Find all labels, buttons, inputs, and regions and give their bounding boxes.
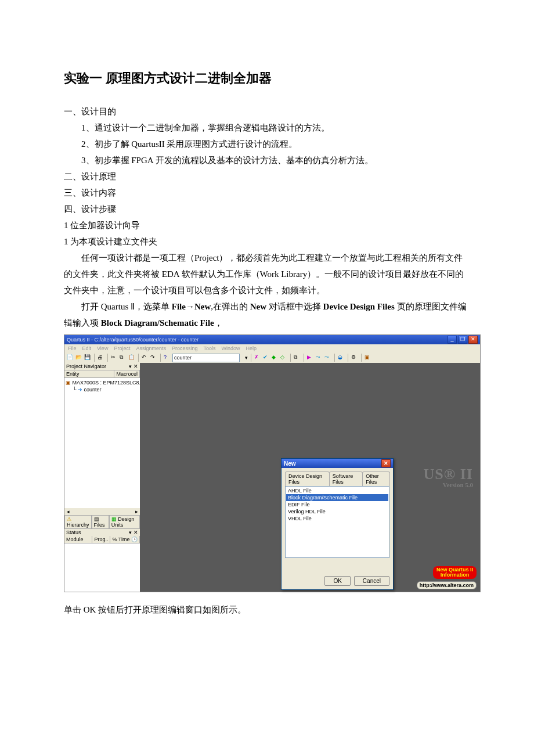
arrow-icon: ➔ xyxy=(78,387,82,393)
window-title: Quartus II - C:/altera/quartus50/counter… xyxy=(67,337,199,343)
section-heading: 三、设计内容 xyxy=(64,185,470,201)
toolbar-icon[interactable]: ⧉ xyxy=(294,354,301,361)
tree-item[interactable]: MAX7000S : EPM7128SLC8... xyxy=(73,380,140,386)
file-type-list[interactable]: AHDL File Block Diagram/Schematic File E… xyxy=(285,486,389,558)
toolbar-icon[interactable]: ✔ xyxy=(263,354,270,361)
page-title: 实验一 原理图方式设计二进制全加器 xyxy=(64,70,470,87)
copy-icon[interactable]: ⧉ xyxy=(120,354,127,361)
tab-design-units[interactable]: ▦ Design Units xyxy=(109,515,140,528)
window-titlebar: Quartus II - C:/altera/quartus50/counter… xyxy=(64,335,480,344)
toolbar-icon[interactable]: ◆ xyxy=(272,354,279,361)
tab-software-files[interactable]: Software Files xyxy=(329,471,363,486)
text-bold: Device Design Files xyxy=(323,302,395,311)
open-file-icon[interactable]: 📂 xyxy=(75,354,82,361)
panel-title: Project Navigator xyxy=(66,363,106,369)
play-icon[interactable]: ▶ xyxy=(307,354,314,361)
menu-item[interactable]: File xyxy=(68,345,77,351)
text-bold: File xyxy=(172,302,186,311)
ok-button[interactable]: OK xyxy=(324,576,350,586)
altera-url-badge[interactable]: http://www.altera.com xyxy=(417,581,477,589)
list-item: 2、初步了解 QuartusII 采用原理图方式进行设计的流程。 xyxy=(64,136,470,152)
toolbar: 📄 📂 💾 🖨 ✂ ⧉ 📋 ↶ ↷ ? ▾ ✗ ✔ ◆ ◇ ⧉ ▶ ⤳ xyxy=(64,352,480,363)
menubar: File Edit View Project Assignments Proce… xyxy=(64,344,480,352)
toolbar-icon[interactable]: ⤳ xyxy=(324,354,331,361)
text-run: ,在弹出的 xyxy=(211,302,250,311)
section-heading: 一、设计目的 xyxy=(64,103,470,120)
tab-hierarchy[interactable]: ⚠ Hierarchy xyxy=(64,515,92,528)
file-icon: ▤ xyxy=(94,516,99,522)
toolbar-icon[interactable]: ◇ xyxy=(280,354,287,361)
save-icon[interactable]: 💾 xyxy=(84,354,91,361)
menu-item[interactable]: Tools xyxy=(203,345,215,351)
list-item[interactable]: Block Diagram/Schematic File xyxy=(286,494,388,501)
cancel-button[interactable]: Cancel xyxy=(354,576,389,586)
paste-icon[interactable]: 📋 xyxy=(128,354,135,361)
menu-item[interactable]: Help xyxy=(246,345,257,351)
help-icon[interactable]: ? xyxy=(164,354,171,361)
main-workspace: US® II Version 5.0 New ✕ Device Design F… xyxy=(140,363,480,592)
project-selector[interactable] xyxy=(172,354,240,362)
text-run: → xyxy=(186,302,194,311)
menu-item[interactable]: Project xyxy=(114,345,130,351)
menu-item[interactable]: Window xyxy=(221,345,240,351)
text-run: ， xyxy=(214,318,223,327)
undo-icon[interactable]: ↶ xyxy=(142,354,149,361)
step-heading: 1 为本项设计建立文件夹 xyxy=(64,233,470,250)
scroll-right-icon[interactable]: ▸ xyxy=(134,509,139,514)
paragraph: 单击 OK 按钮后打开原理图编辑窗口如图所示。 xyxy=(64,602,470,618)
panel-close-icon[interactable]: ▾ ✕ xyxy=(129,530,138,535)
scroll-left-icon[interactable]: ◂ xyxy=(65,509,71,514)
quartus-screenshot: Quartus II - C:/altera/quartus50/counter… xyxy=(64,334,481,592)
status-pane: Status ▾ ✕ Module Prog.. % Time 🕒 xyxy=(64,528,140,592)
column-header[interactable]: % Time 🕒 xyxy=(110,536,140,543)
section-heading: 四、设计步骤 xyxy=(64,201,470,217)
tab-other-files[interactable]: Other Files xyxy=(362,471,390,486)
project-tree[interactable]: ▣ MAX7000S : EPM7128SLC8... └ ➔ counter xyxy=(64,378,140,508)
cut-icon[interactable]: ✂ xyxy=(111,354,118,361)
dialog-close-button[interactable]: ✕ xyxy=(381,459,391,467)
text-bold: New xyxy=(250,302,266,311)
chip-icon[interactable]: ▣ xyxy=(365,354,371,361)
list-item[interactable]: VHDL File xyxy=(286,515,388,522)
close-button[interactable]: ✕ xyxy=(468,336,478,344)
column-header[interactable]: Entity xyxy=(64,370,114,377)
text-bold: New xyxy=(194,302,211,311)
list-item[interactable]: EDIF File xyxy=(286,501,388,508)
altera-brand: US® II Version 5.0 xyxy=(424,467,473,488)
left-pane: Project Navigator ▾ ✕ Entity Macrocel ▣ … xyxy=(64,363,140,592)
panel-title: Status xyxy=(66,530,81,535)
text-run: 对话框中选择 xyxy=(266,302,323,311)
tab-device-design-files[interactable]: Device Design Files xyxy=(285,471,330,486)
chip-icon: ▣ xyxy=(66,380,71,386)
gear-icon[interactable]: ⚙ xyxy=(351,354,358,361)
panel-close-icon[interactable]: ▾ ✕ xyxy=(129,363,138,369)
toolbar-icon[interactable]: ✗ xyxy=(254,354,261,361)
redo-icon[interactable]: ↷ xyxy=(150,354,157,361)
list-item: 1、通过设计一个二进制全加器，掌握组合逻辑电路设计的方法。 xyxy=(64,120,470,136)
menu-item[interactable]: Processing xyxy=(172,345,198,351)
tree-item[interactable]: counter xyxy=(84,387,101,393)
tab-files[interactable]: ▤ Files xyxy=(92,515,109,528)
toolbar-icon[interactable]: ◒ xyxy=(338,354,345,361)
step-heading: 1 位全加器设计向导 xyxy=(64,217,470,233)
new-quartus-info-badge[interactable]: New Quartus II Information xyxy=(433,566,477,579)
warning-icon: ⚠ xyxy=(67,516,71,522)
list-item[interactable]: Verilog HDL File xyxy=(286,508,388,515)
menu-item[interactable]: View xyxy=(97,345,108,351)
list-item[interactable]: AHDL File xyxy=(286,487,388,494)
new-file-icon[interactable]: 📄 xyxy=(67,354,74,361)
clock-icon: 🕒 xyxy=(131,537,138,542)
dialog-title: New xyxy=(284,460,296,467)
column-header[interactable]: Macrocel xyxy=(114,370,140,377)
minimize-button[interactable]: _ xyxy=(448,336,457,344)
column-header[interactable]: Module xyxy=(64,536,92,543)
maximize-button[interactable]: ❐ xyxy=(458,336,467,344)
print-icon[interactable]: 🖨 xyxy=(98,354,104,361)
menu-item[interactable]: Assignments xyxy=(136,345,166,351)
toolbar-icon[interactable]: ⤳ xyxy=(316,354,323,361)
text-bold: Block Diagram/Schematic File xyxy=(101,318,214,327)
paragraph: 任何一项设计都是一项工程（Project），都必须首先为此工程建立一个放置与此工… xyxy=(64,250,470,298)
unit-icon: ▦ xyxy=(111,516,117,522)
column-header[interactable]: Prog.. xyxy=(92,536,110,543)
menu-item[interactable]: Edit xyxy=(82,345,92,351)
